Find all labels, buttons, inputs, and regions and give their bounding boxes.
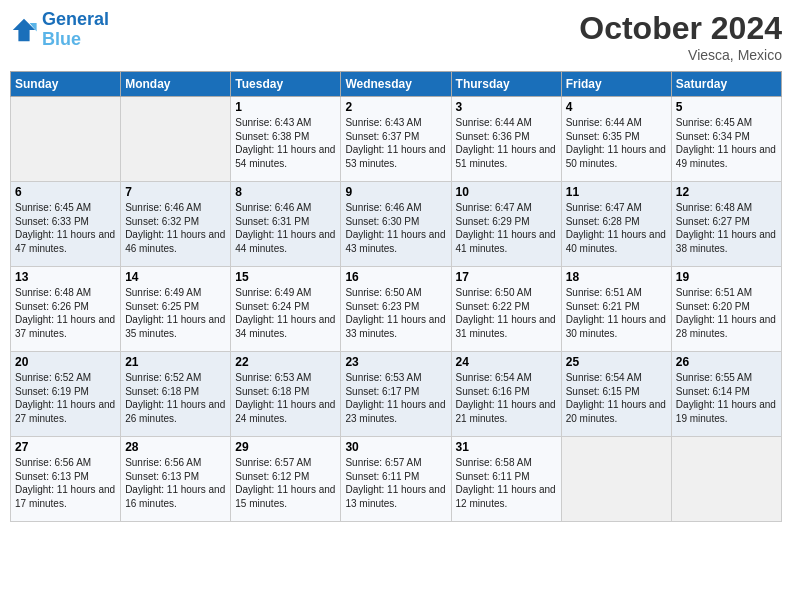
calendar-cell: 16Sunrise: 6:50 AM Sunset: 6:23 PM Dayli… xyxy=(341,267,451,352)
calendar-cell xyxy=(561,437,671,522)
day-info: Sunrise: 6:49 AM Sunset: 6:24 PM Dayligh… xyxy=(235,286,336,340)
calendar-cell: 19Sunrise: 6:51 AM Sunset: 6:20 PM Dayli… xyxy=(671,267,781,352)
svg-marker-0 xyxy=(13,19,35,41)
day-info: Sunrise: 6:57 AM Sunset: 6:12 PM Dayligh… xyxy=(235,456,336,510)
calendar-header: SundayMondayTuesdayWednesdayThursdayFrid… xyxy=(11,72,782,97)
day-number: 30 xyxy=(345,440,446,454)
calendar-cell: 27Sunrise: 6:56 AM Sunset: 6:13 PM Dayli… xyxy=(11,437,121,522)
weekday-header: Thursday xyxy=(451,72,561,97)
day-number: 12 xyxy=(676,185,777,199)
logo-icon xyxy=(10,16,38,44)
calendar-cell: 1Sunrise: 6:43 AM Sunset: 6:38 PM Daylig… xyxy=(231,97,341,182)
day-number: 22 xyxy=(235,355,336,369)
day-info: Sunrise: 6:48 AM Sunset: 6:27 PM Dayligh… xyxy=(676,201,777,255)
logo: General Blue xyxy=(10,10,109,50)
calendar-cell: 22Sunrise: 6:53 AM Sunset: 6:18 PM Dayli… xyxy=(231,352,341,437)
weekday-header: Sunday xyxy=(11,72,121,97)
day-number: 2 xyxy=(345,100,446,114)
calendar-cell: 29Sunrise: 6:57 AM Sunset: 6:12 PM Dayli… xyxy=(231,437,341,522)
calendar-cell: 10Sunrise: 6:47 AM Sunset: 6:29 PM Dayli… xyxy=(451,182,561,267)
calendar-cell: 30Sunrise: 6:57 AM Sunset: 6:11 PM Dayli… xyxy=(341,437,451,522)
calendar-cell: 31Sunrise: 6:58 AM Sunset: 6:11 PM Dayli… xyxy=(451,437,561,522)
calendar-cell: 17Sunrise: 6:50 AM Sunset: 6:22 PM Dayli… xyxy=(451,267,561,352)
day-info: Sunrise: 6:50 AM Sunset: 6:22 PM Dayligh… xyxy=(456,286,557,340)
day-info: Sunrise: 6:44 AM Sunset: 6:35 PM Dayligh… xyxy=(566,116,667,170)
calendar-cell: 24Sunrise: 6:54 AM Sunset: 6:16 PM Dayli… xyxy=(451,352,561,437)
calendar-cell: 20Sunrise: 6:52 AM Sunset: 6:19 PM Dayli… xyxy=(11,352,121,437)
day-number: 4 xyxy=(566,100,667,114)
calendar-cell: 3Sunrise: 6:44 AM Sunset: 6:36 PM Daylig… xyxy=(451,97,561,182)
calendar-week-row: 27Sunrise: 6:56 AM Sunset: 6:13 PM Dayli… xyxy=(11,437,782,522)
calendar-cell: 18Sunrise: 6:51 AM Sunset: 6:21 PM Dayli… xyxy=(561,267,671,352)
calendar-cell xyxy=(121,97,231,182)
day-info: Sunrise: 6:51 AM Sunset: 6:21 PM Dayligh… xyxy=(566,286,667,340)
calendar-cell: 8Sunrise: 6:46 AM Sunset: 6:31 PM Daylig… xyxy=(231,182,341,267)
day-number: 27 xyxy=(15,440,116,454)
day-info: Sunrise: 6:54 AM Sunset: 6:16 PM Dayligh… xyxy=(456,371,557,425)
weekday-header: Tuesday xyxy=(231,72,341,97)
calendar-cell: 11Sunrise: 6:47 AM Sunset: 6:28 PM Dayli… xyxy=(561,182,671,267)
day-number: 13 xyxy=(15,270,116,284)
day-number: 7 xyxy=(125,185,226,199)
day-number: 1 xyxy=(235,100,336,114)
day-info: Sunrise: 6:54 AM Sunset: 6:15 PM Dayligh… xyxy=(566,371,667,425)
day-info: Sunrise: 6:47 AM Sunset: 6:29 PM Dayligh… xyxy=(456,201,557,255)
calendar-week-row: 6Sunrise: 6:45 AM Sunset: 6:33 PM Daylig… xyxy=(11,182,782,267)
weekday-row: SundayMondayTuesdayWednesdayThursdayFrid… xyxy=(11,72,782,97)
calendar-cell: 12Sunrise: 6:48 AM Sunset: 6:27 PM Dayli… xyxy=(671,182,781,267)
day-info: Sunrise: 6:45 AM Sunset: 6:34 PM Dayligh… xyxy=(676,116,777,170)
calendar-table: SundayMondayTuesdayWednesdayThursdayFrid… xyxy=(10,71,782,522)
day-number: 8 xyxy=(235,185,336,199)
calendar-week-row: 13Sunrise: 6:48 AM Sunset: 6:26 PM Dayli… xyxy=(11,267,782,352)
calendar-cell xyxy=(11,97,121,182)
day-info: Sunrise: 6:56 AM Sunset: 6:13 PM Dayligh… xyxy=(15,456,116,510)
calendar-cell: 25Sunrise: 6:54 AM Sunset: 6:15 PM Dayli… xyxy=(561,352,671,437)
day-info: Sunrise: 6:51 AM Sunset: 6:20 PM Dayligh… xyxy=(676,286,777,340)
day-number: 26 xyxy=(676,355,777,369)
day-info: Sunrise: 6:52 AM Sunset: 6:18 PM Dayligh… xyxy=(125,371,226,425)
calendar-cell: 5Sunrise: 6:45 AM Sunset: 6:34 PM Daylig… xyxy=(671,97,781,182)
logo-text: General Blue xyxy=(42,10,109,50)
day-info: Sunrise: 6:57 AM Sunset: 6:11 PM Dayligh… xyxy=(345,456,446,510)
day-info: Sunrise: 6:58 AM Sunset: 6:11 PM Dayligh… xyxy=(456,456,557,510)
day-number: 24 xyxy=(456,355,557,369)
day-number: 11 xyxy=(566,185,667,199)
calendar-cell: 28Sunrise: 6:56 AM Sunset: 6:13 PM Dayli… xyxy=(121,437,231,522)
calendar-cell: 23Sunrise: 6:53 AM Sunset: 6:17 PM Dayli… xyxy=(341,352,451,437)
day-info: Sunrise: 6:47 AM Sunset: 6:28 PM Dayligh… xyxy=(566,201,667,255)
weekday-header: Wednesday xyxy=(341,72,451,97)
page-header: General Blue October 2024 Viesca, Mexico xyxy=(10,10,782,63)
day-info: Sunrise: 6:46 AM Sunset: 6:30 PM Dayligh… xyxy=(345,201,446,255)
day-info: Sunrise: 6:55 AM Sunset: 6:14 PM Dayligh… xyxy=(676,371,777,425)
calendar-cell: 15Sunrise: 6:49 AM Sunset: 6:24 PM Dayli… xyxy=(231,267,341,352)
day-info: Sunrise: 6:46 AM Sunset: 6:31 PM Dayligh… xyxy=(235,201,336,255)
calendar-week-row: 20Sunrise: 6:52 AM Sunset: 6:19 PM Dayli… xyxy=(11,352,782,437)
calendar-cell: 14Sunrise: 6:49 AM Sunset: 6:25 PM Dayli… xyxy=(121,267,231,352)
day-number: 21 xyxy=(125,355,226,369)
day-info: Sunrise: 6:45 AM Sunset: 6:33 PM Dayligh… xyxy=(15,201,116,255)
day-number: 19 xyxy=(676,270,777,284)
weekday-header: Saturday xyxy=(671,72,781,97)
day-number: 25 xyxy=(566,355,667,369)
day-info: Sunrise: 6:50 AM Sunset: 6:23 PM Dayligh… xyxy=(345,286,446,340)
calendar-cell xyxy=(671,437,781,522)
day-number: 15 xyxy=(235,270,336,284)
day-info: Sunrise: 6:46 AM Sunset: 6:32 PM Dayligh… xyxy=(125,201,226,255)
day-info: Sunrise: 6:53 AM Sunset: 6:17 PM Dayligh… xyxy=(345,371,446,425)
day-info: Sunrise: 6:43 AM Sunset: 6:38 PM Dayligh… xyxy=(235,116,336,170)
day-number: 14 xyxy=(125,270,226,284)
calendar-cell: 13Sunrise: 6:48 AM Sunset: 6:26 PM Dayli… xyxy=(11,267,121,352)
day-number: 23 xyxy=(345,355,446,369)
calendar-cell: 6Sunrise: 6:45 AM Sunset: 6:33 PM Daylig… xyxy=(11,182,121,267)
day-number: 29 xyxy=(235,440,336,454)
day-number: 10 xyxy=(456,185,557,199)
calendar-cell: 4Sunrise: 6:44 AM Sunset: 6:35 PM Daylig… xyxy=(561,97,671,182)
day-info: Sunrise: 6:44 AM Sunset: 6:36 PM Dayligh… xyxy=(456,116,557,170)
month-title: October 2024 xyxy=(579,10,782,47)
day-info: Sunrise: 6:52 AM Sunset: 6:19 PM Dayligh… xyxy=(15,371,116,425)
day-number: 9 xyxy=(345,185,446,199)
day-number: 16 xyxy=(345,270,446,284)
calendar-cell: 7Sunrise: 6:46 AM Sunset: 6:32 PM Daylig… xyxy=(121,182,231,267)
day-number: 20 xyxy=(15,355,116,369)
calendar-cell: 2Sunrise: 6:43 AM Sunset: 6:37 PM Daylig… xyxy=(341,97,451,182)
